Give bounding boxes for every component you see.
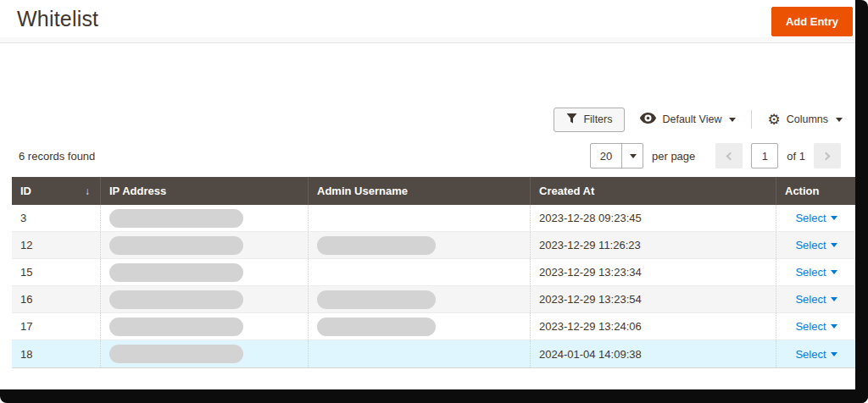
redacted-ip-pill	[109, 317, 243, 336]
redacted-ip-pill	[109, 263, 243, 282]
columns-label: Columns	[787, 113, 828, 125]
redacted-ip-pill	[109, 236, 243, 255]
records-found-text: 6 records found	[12, 150, 95, 163]
redacted-ip-pill	[109, 209, 243, 228]
whitelist-table: ID ↓ IP Address Admin Username Created A…	[12, 177, 856, 368]
cell-created-at: 2023-12-29 13:23:34	[530, 259, 776, 285]
column-header-created-at[interactable]: Created At	[530, 177, 776, 205]
grid-content: Filters Default View ⚙ Columns	[0, 107, 868, 368]
chevron-down-icon	[831, 352, 837, 356]
cell-action: Select	[776, 232, 856, 258]
chevron-down-icon	[729, 118, 736, 122]
chevron-down-icon	[621, 144, 643, 168]
cell-admin-username	[308, 340, 530, 367]
redacted-username-pill	[317, 317, 436, 336]
redacted-username-pill	[317, 290, 436, 309]
cell-admin-username	[308, 205, 530, 231]
cell-admin-username	[308, 259, 530, 285]
default-view-control[interactable]: Default View	[640, 113, 736, 126]
select-action-link[interactable]: Select	[795, 212, 837, 224]
cell-created-at: 2023-12-29 11:26:23	[530, 232, 776, 258]
current-page-input[interactable]	[751, 143, 778, 168]
screenshot-frame-right	[855, 0, 868, 403]
cell-id: 16	[12, 286, 100, 312]
total-pages-label: of 1	[787, 150, 805, 163]
redacted-ip-pill	[109, 290, 243, 309]
cell-created-at: 2023-12-29 13:24:06	[530, 313, 776, 340]
page-size-value: 20	[591, 144, 621, 168]
table-row[interactable]: 18 2024-01-04 14:09:38 Select	[12, 340, 856, 367]
filter-funnel-icon	[566, 113, 577, 126]
table-row[interactable]: 16 2023-12-29 13:23:54 Select	[12, 286, 856, 313]
header-divider-strip	[0, 37, 868, 43]
default-view-label: Default View	[662, 113, 721, 125]
select-action-link[interactable]: Select	[795, 348, 837, 361]
cell-admin-username	[308, 313, 530, 340]
sort-descending-icon: ↓	[85, 185, 90, 197]
cell-id: 17	[12, 313, 100, 340]
cell-action: Select	[776, 286, 856, 312]
chevron-down-icon	[831, 324, 837, 328]
table-row[interactable]: 15 2023-12-29 13:23:34 Select	[12, 259, 856, 286]
cell-created-at: 2024-01-04 14:09:38	[530, 340, 776, 367]
column-header-id[interactable]: ID ↓	[12, 177, 100, 205]
filters-label: Filters	[583, 113, 612, 125]
grid-toolbar: Filters Default View ⚙ Columns	[12, 107, 843, 132]
pagination: 20 per page of 1	[590, 143, 841, 168]
table-row[interactable]: 12 2023-12-29 11:26:23 Select	[12, 232, 856, 259]
table-row[interactable]: 17 2023-12-29 13:24:06 Select	[12, 313, 856, 340]
eye-icon	[640, 113, 656, 126]
whitelist-page: Whitelist Add Entry Filters Defaul	[0, 0, 868, 403]
cell-ip-address	[100, 340, 308, 367]
chevron-down-icon	[831, 243, 837, 247]
chevron-down-icon	[836, 118, 843, 122]
select-action-link[interactable]: Select	[795, 320, 837, 333]
cell-created-at: 2023-12-28 09:23:45	[530, 205, 776, 231]
page-title: Whitelist	[17, 7, 98, 31]
chevron-down-icon	[831, 270, 837, 274]
per-page-label: per page	[652, 150, 695, 163]
table-body: 3 2023-12-28 09:23:45 Select 12 2023-12-…	[12, 205, 856, 367]
previous-page-button[interactable]	[715, 143, 743, 168]
cell-id: 15	[12, 259, 100, 285]
cell-admin-username	[308, 232, 530, 258]
grid-meta-row: 6 records found 20 per page of 1	[12, 143, 856, 168]
select-action-link[interactable]: Select	[795, 239, 837, 251]
cell-action: Select	[776, 313, 856, 340]
column-header-admin-username[interactable]: Admin Username	[308, 177, 530, 205]
cell-action: Select	[776, 205, 856, 231]
add-entry-button[interactable]: Add Entry	[771, 7, 853, 36]
cell-id: 12	[12, 232, 100, 258]
cell-created-at: 2023-12-29 13:23:54	[530, 286, 776, 312]
redacted-username-pill	[317, 236, 436, 255]
cell-ip-address	[100, 232, 308, 258]
redacted-ip-pill	[109, 345, 243, 363]
select-action-link[interactable]: Select	[795, 266, 837, 279]
filters-button[interactable]: Filters	[554, 108, 625, 132]
page-size-select[interactable]: 20	[590, 143, 643, 168]
chevron-down-icon	[831, 297, 837, 301]
column-header-ip-address[interactable]: IP Address	[100, 177, 308, 205]
cell-ip-address	[100, 286, 308, 312]
cell-action: Select	[776, 340, 856, 367]
column-header-action: Action	[776, 177, 856, 205]
chevron-down-icon	[831, 216, 837, 220]
table-row[interactable]: 3 2023-12-28 09:23:45 Select	[12, 205, 856, 232]
columns-control[interactable]: ⚙ Columns	[767, 113, 843, 127]
cell-action: Select	[776, 259, 856, 285]
cell-ip-address	[100, 259, 308, 285]
cell-ip-address	[100, 313, 308, 340]
cell-ip-address	[100, 205, 308, 231]
select-action-link[interactable]: Select	[795, 293, 837, 306]
next-page-button[interactable]	[814, 143, 841, 168]
toolbar-divider	[751, 110, 752, 129]
cell-admin-username	[308, 286, 530, 312]
chevron-left-icon	[726, 152, 735, 160]
table-header: ID ↓ IP Address Admin Username Created A…	[12, 177, 856, 205]
gear-icon: ⚙	[767, 113, 780, 127]
cell-id: 3	[12, 205, 100, 231]
page-header: Whitelist Add Entry	[0, 0, 868, 37]
chevron-right-icon	[822, 152, 831, 160]
cell-id: 18	[12, 340, 100, 367]
screenshot-frame-bottom	[0, 389, 868, 403]
